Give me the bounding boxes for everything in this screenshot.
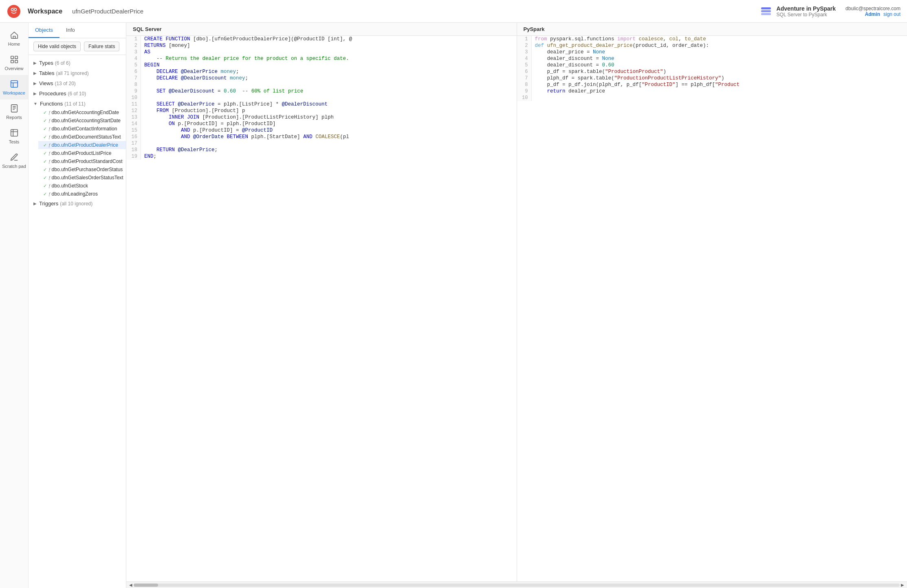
home-icon <box>9 30 19 40</box>
objects-tree: ▶ Types (6 of 6) ▶ Tables (all 71 ignore… <box>29 55 126 588</box>
tree-section-header-types[interactable]: ▶ Types (6 of 6) <box>29 58 126 68</box>
code-line: 6 DECLARE @DealerPrice money; <box>126 68 517 75</box>
tree-section-header-views[interactable]: ▶ Views (13 of 20) <box>29 79 126 88</box>
sidebar-item-scratchpad[interactable]: Scratch pad <box>0 148 28 173</box>
list-item[interactable]: ✓ ƒ dbo.ufnGetPurchaseOrderStatus <box>38 165 126 174</box>
list-item[interactable]: ✓ ƒ dbo.ufnGetContactInformation <box>38 125 126 133</box>
function-name: dbo.ufnGetStock <box>52 183 88 189</box>
header-brand-title: Adventure in PySpark <box>777 5 836 12</box>
function-name: dbo.ufnGetDocumentStatusText <box>52 134 121 140</box>
list-item[interactable]: ✓ ƒ dbo.ufnGetStock <box>38 182 126 190</box>
code-line: 19 END; <box>126 153 517 160</box>
code-line: 7 plph_df = spark.table("ProductionProdu… <box>517 75 907 81</box>
chevron-right-icon: ▶ <box>33 71 37 75</box>
tree-section-views: ▶ Views (13 of 20) <box>29 79 126 88</box>
scratchpad-icon <box>9 152 19 162</box>
scroll-right-arrow[interactable]: ▶ <box>900 582 905 588</box>
sql-panel: SQL Server 1 CREATE FUNCTION [dbo].[ufnG… <box>126 23 517 581</box>
svg-rect-15 <box>11 105 17 112</box>
chevron-right-icon: ▶ <box>33 61 37 65</box>
header-links: Admin sign out <box>865 11 900 17</box>
code-line: 3 AS <box>126 49 517 55</box>
sidebar-item-reports[interactable]: Reports <box>0 99 28 124</box>
pyspark-code-content[interactable]: 1 from pyspark.sql.functions import coal… <box>517 36 907 581</box>
chevron-right-icon: ▶ <box>33 91 37 96</box>
list-item[interactable]: ✓ ƒ dbo.ufnGetAccountingStartDate <box>38 117 126 125</box>
tree-section-header-triggers[interactable]: ▶ Triggers (all 10 ignored) <box>29 199 126 208</box>
pyspark-panel-header: PySpark <box>517 23 907 36</box>
sidebar-item-overview[interactable]: Overview <box>0 51 28 75</box>
overview-icon <box>9 55 19 64</box>
check-icon: ✓ <box>43 175 47 181</box>
function-name: dbo.ufnGetProductListPrice <box>52 150 112 156</box>
tree-section-types: ▶ Types (6 of 6) <box>29 58 126 68</box>
list-item[interactable]: ✓ ƒ dbo.ufnGetDocumentStatusText <box>38 133 126 141</box>
func-icon: ƒ <box>48 143 51 148</box>
sidebar-item-home[interactable]: Home <box>0 26 28 51</box>
procedures-count: (6 of 10) <box>68 91 86 97</box>
code-line: 2 def ufn_get_product_dealer_price(produ… <box>517 42 907 49</box>
app-logo <box>7 4 21 19</box>
function-name: dbo.ufnGetProductStandardCost <box>52 159 123 164</box>
tree-section-header-functions[interactable]: ▼ Functions (11 of 11) <box>29 99 126 108</box>
code-line: 7 DECLARE @DealerDiscount money; <box>126 75 517 81</box>
objects-tabs: Objects Info <box>29 23 126 38</box>
hide-valid-objects-button[interactable]: Hide valid objects <box>33 42 81 51</box>
code-line: 2 RETURNS [money] <box>126 42 517 49</box>
code-line: 1 CREATE FUNCTION [dbo].[ufnGetProductDe… <box>126 36 517 42</box>
func-icon: ƒ <box>48 192 51 196</box>
tab-objects[interactable]: Objects <box>29 23 59 38</box>
header-user: dbulic@spectralcore.com Admin sign out <box>845 6 900 17</box>
tables-count: (all 71 ignored) <box>56 70 89 76</box>
tab-info[interactable]: Info <box>59 23 81 38</box>
list-item[interactable]: ✓ ƒ dbo.ufnGetProductStandardCost <box>38 157 126 165</box>
code-line: 5 BEGIN <box>126 62 517 68</box>
check-icon: ✓ <box>43 126 47 132</box>
list-item[interactable]: ✓ ƒ dbo.ufnGetProductDealerPrice <box>38 141 126 149</box>
sql-code-content[interactable]: 1 CREATE FUNCTION [dbo].[ufnGetProductDe… <box>126 36 517 581</box>
func-icon: ƒ <box>48 127 51 131</box>
tree-section-functions: ▼ Functions (11 of 11) ✓ ƒ dbo.ufnGetAcc… <box>29 99 126 198</box>
admin-link[interactable]: Admin <box>865 11 880 17</box>
svg-rect-12 <box>11 60 13 63</box>
user-email: dbulic@spectralcore.com <box>845 6 900 11</box>
function-name: dbo.ufnLeadingZeros <box>52 191 98 197</box>
brand-icon <box>760 5 773 18</box>
code-line: 8 p_df = p_df.join(plph_df, p_df["Produc… <box>517 81 907 88</box>
code-line: 1 from pyspark.sql.functions import coal… <box>517 36 907 42</box>
function-name: dbo.ufnGetPurchaseOrderStatus <box>52 167 123 172</box>
list-item[interactable]: ✓ ƒ dbo.ufnGetAccountingEndDate <box>38 108 126 117</box>
check-icon: ✓ <box>43 134 47 140</box>
sidebar-item-tests[interactable]: Tests <box>0 124 28 148</box>
code-line: 11 SELECT @DealerPrice = plph.[ListPrice… <box>126 101 517 108</box>
list-item[interactable]: ✓ ƒ dbo.ufnGetProductListPrice <box>38 149 126 157</box>
failure-stats-button[interactable]: Failure stats <box>84 42 119 51</box>
list-item[interactable]: ✓ ƒ dbo.ufnGetSalesOrderStatusText <box>38 174 126 182</box>
code-line: 16 AND @OrderDate BETWEEN plph.[StartDat… <box>126 134 517 140</box>
reports-icon <box>9 104 19 113</box>
function-name: dbo.ufnGetProductDealerPrice <box>52 142 118 148</box>
scroll-track[interactable] <box>134 584 900 587</box>
chevron-down-icon: ▼ <box>33 101 37 106</box>
list-item[interactable]: ✓ ƒ dbo.ufnLeadingZeros <box>38 190 126 198</box>
svg-rect-13 <box>15 60 17 63</box>
scroll-left-arrow[interactable]: ◀ <box>128 582 134 588</box>
code-area: SQL Server 1 CREATE FUNCTION [dbo].[ufnG… <box>126 23 907 588</box>
types-count: (6 of 6) <box>55 60 70 66</box>
signout-link[interactable]: sign out <box>883 11 900 17</box>
tree-section-triggers: ▶ Triggers (all 10 ignored) <box>29 199 126 208</box>
code-panels: SQL Server 1 CREATE FUNCTION [dbo].[ufnG… <box>126 23 907 581</box>
code-line: 18 RETURN @DealerPrice; <box>126 147 517 153</box>
tree-section-header-procedures[interactable]: ▶ Procedures (6 of 10) <box>29 89 126 98</box>
objects-panel: Objects Info Hide valid objects Failure … <box>29 23 126 588</box>
workspace-icon <box>9 79 19 89</box>
svg-point-5 <box>15 9 16 10</box>
tree-section-procedures: ▶ Procedures (6 of 10) <box>29 89 126 98</box>
header-brand-text: Adventure in PySpark SQL Server to PySpa… <box>777 5 836 18</box>
bottom-scrollbar[interactable]: ◀ ▶ <box>126 581 907 588</box>
scroll-thumb[interactable] <box>134 584 158 587</box>
functions-children: ✓ ƒ dbo.ufnGetAccountingEndDate ✓ ƒ dbo.… <box>29 108 126 198</box>
tree-section-header-tables[interactable]: ▶ Tables (all 71 ignored) <box>29 68 126 78</box>
sidebar-item-workspace[interactable]: Workspace <box>0 75 28 99</box>
check-icon: ✓ <box>43 118 47 123</box>
